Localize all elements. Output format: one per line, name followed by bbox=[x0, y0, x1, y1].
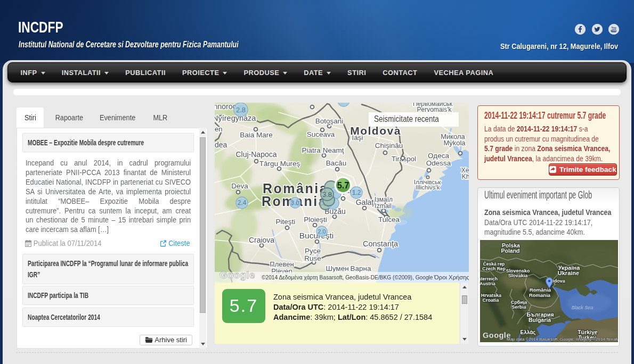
svg-text:Croatia: Croatia bbox=[482, 297, 499, 303]
svg-text:Slovakia: Slovakia bbox=[508, 273, 529, 278]
svg-text:Όροι Χρήσης: Όροι Χρήσης bbox=[434, 274, 469, 280]
svg-text:You: You bbox=[611, 26, 616, 29]
svg-text:1.2: 1.2 bbox=[352, 189, 361, 196]
svg-text:3.8: 3.8 bbox=[322, 191, 332, 198]
svg-text:Serbia: Serbia bbox=[511, 304, 527, 310]
svg-text:©2014 Δεδομένα χάρτη Basarsoft: ©2014 Δεδομένα χάρτη Basarsoft, GeoBasis… bbox=[262, 275, 433, 280]
svg-text:Ukraine: Ukraine bbox=[558, 270, 579, 276]
svg-text:Google: Google bbox=[220, 269, 255, 280]
svg-text:Tube: Tube bbox=[611, 29, 617, 32]
svg-text:Ελλάς: Ελλάς bbox=[520, 329, 535, 336]
svg-text:Bulgaria: Bulgaria bbox=[529, 317, 551, 323]
svg-text:Idova: Idova bbox=[552, 278, 566, 284]
svg-text:Romania: Romania bbox=[529, 292, 551, 298]
svg-text:Black Sea: Black Sea bbox=[572, 305, 594, 310]
svg-text:2.8: 2.8 bbox=[236, 106, 246, 114]
svg-text:5.7: 5.7 bbox=[337, 181, 349, 190]
svg-text:Poland: Poland bbox=[501, 247, 519, 254]
svg-text:2.4: 2.4 bbox=[238, 199, 247, 206]
svg-text:3.0: 3.0 bbox=[291, 200, 299, 206]
svg-text:Map data ©2014 Basarsoft, Goog: Map data ©2014 Basarsoft, Google, Imager… bbox=[507, 337, 618, 342]
svg-text:2.0: 2.0 bbox=[318, 228, 326, 235]
svg-text:Austria: Austria bbox=[480, 281, 495, 286]
svg-text:Czech Rep: Czech Rep bbox=[482, 266, 505, 271]
